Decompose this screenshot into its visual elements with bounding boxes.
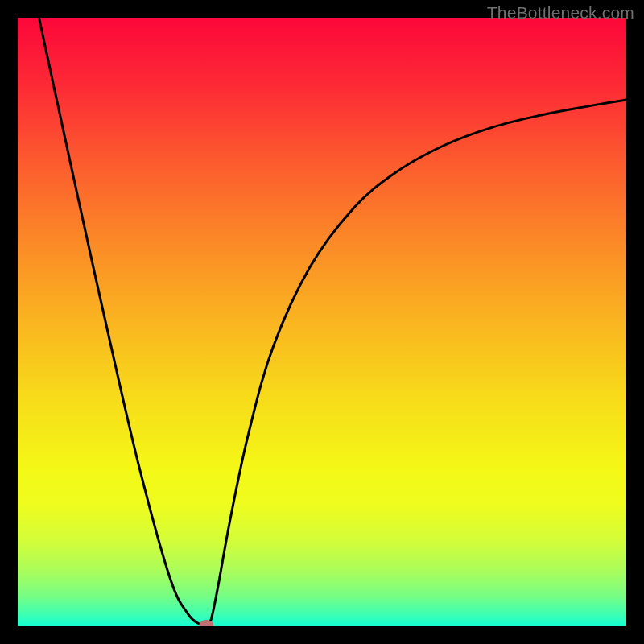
plot-area xyxy=(18,18,626,626)
watermark-text: TheBottleneck.com xyxy=(487,3,634,23)
chart-frame: TheBottleneck.com xyxy=(0,0,644,644)
bottleneck-chart xyxy=(18,18,626,626)
gradient-background xyxy=(18,18,626,626)
